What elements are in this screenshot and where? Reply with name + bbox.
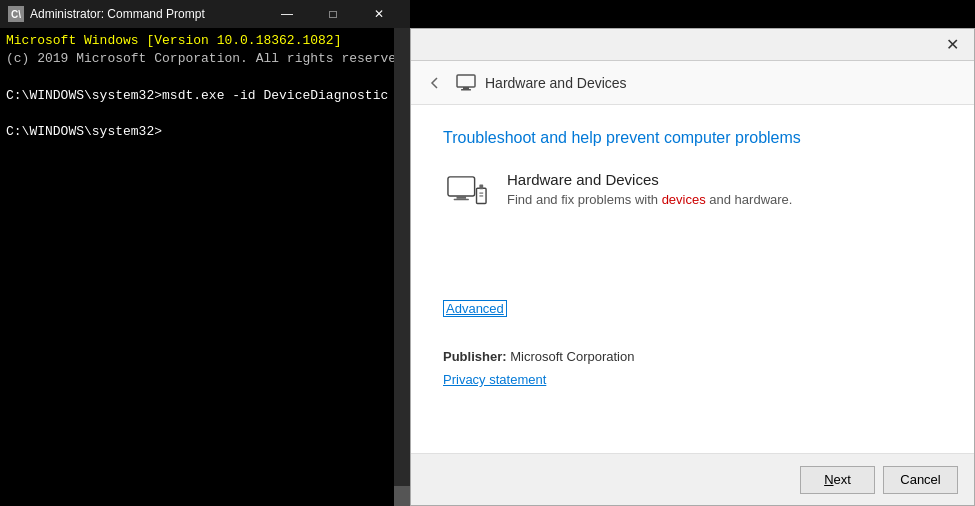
cmd-scrollbar-thumb[interactable] [394,486,410,506]
hardware-desc: Find and fix problems with devices and h… [507,192,792,207]
hardware-item: Hardware and Devices Find and fix proble… [443,171,942,219]
cmd-minimize-btn[interactable]: — [264,0,310,28]
svg-rect-0 [457,75,475,87]
dialog-footer: Next Cancel [411,453,974,505]
cmd-line-6: C:\WINDOWS\system32> [6,123,404,141]
cmd-line-1: Microsoft Windows [Version 10.0.18362.10… [6,32,404,50]
svg-rect-1 [463,87,469,89]
publisher-line: Publisher: Microsoft Corporation [443,349,942,364]
bottom-section: Advanced Publisher: Microsoft Corporatio… [443,299,942,388]
cmd-controls: — □ ✕ [264,0,402,28]
cmd-scrollbar[interactable] [394,28,410,506]
publisher-name: Microsoft Corporation [510,349,634,364]
dialog-header: Hardware and Devices [411,61,974,105]
dialog-body: Troubleshoot and help prevent computer p… [411,105,974,453]
cmd-line-3 [6,68,404,86]
hardware-desc-rest: and hardware. [706,192,793,207]
svg-rect-5 [454,199,469,200]
hardware-title: Hardware and Devices [507,171,792,188]
cmd-line-2: (c) 2019 Microsoft Corporation. All righ… [6,50,404,68]
cmd-content: Microsoft Windows [Version 10.0.18362.10… [0,28,410,506]
hardware-desc-normal: Find and fix problems with [507,192,662,207]
troubleshoot-dialog: ✕ Hardware and Devices Troubleshoot and … [410,28,975,506]
back-arrow-icon [427,75,443,91]
svg-rect-4 [457,196,467,199]
header-monitor-icon [455,72,477,94]
svg-rect-3 [448,177,475,196]
back-button[interactable] [423,71,447,95]
advanced-link[interactable]: Advanced [443,300,507,317]
troubleshoot-heading: Troubleshoot and help prevent computer p… [443,129,942,147]
next-button[interactable]: Next [800,466,875,494]
dialog-titlebar: ✕ [411,29,974,61]
svg-rect-2 [461,89,471,91]
publisher-label: Publisher: [443,349,510,364]
hardware-desc-red: devices [662,192,706,207]
next-label: Next [824,472,851,487]
cmd-titlebar: C\ Administrator: Command Prompt — □ ✕ [0,0,410,28]
privacy-link[interactable]: Privacy statement [443,372,546,387]
dialog-header-title: Hardware and Devices [485,75,627,91]
cmd-line-5 [6,105,404,123]
cmd-line-4: C:\WINDOWS\system32>msdt.exe -id DeviceD… [6,87,404,105]
cmd-title: Administrator: Command Prompt [30,7,264,21]
svg-rect-7 [479,185,483,190]
cmd-close-btn[interactable]: ✕ [356,0,402,28]
cancel-button[interactable]: Cancel [883,466,958,494]
cmd-window: C\ Administrator: Command Prompt — □ ✕ M… [0,0,410,506]
hardware-device-icon [443,171,491,219]
cmd-icon: C\ [8,6,24,22]
cmd-maximize-btn[interactable]: □ [310,0,356,28]
hardware-text: Hardware and Devices Find and fix proble… [507,171,792,207]
dialog-close-btn[interactable]: ✕ [938,31,966,59]
